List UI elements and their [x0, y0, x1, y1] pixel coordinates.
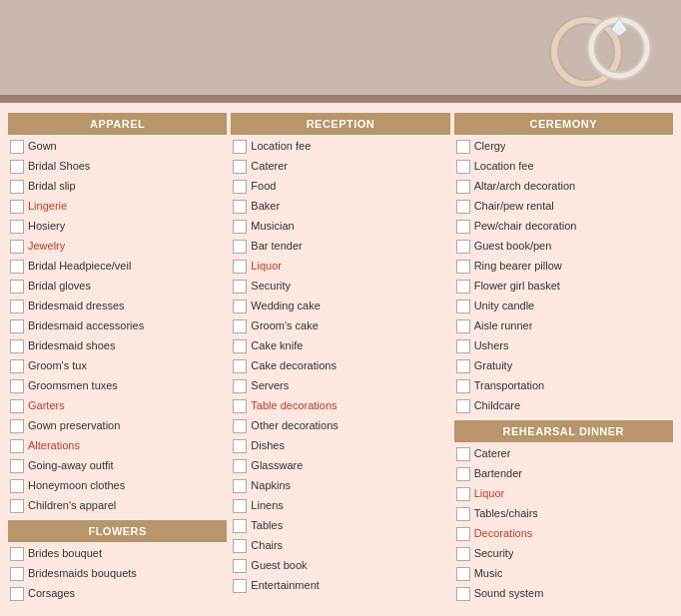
- checkbox[interactable]: [456, 399, 470, 413]
- checkbox[interactable]: [233, 479, 247, 493]
- checkbox[interactable]: [10, 399, 24, 413]
- checkbox[interactable]: [10, 300, 24, 313]
- checkbox[interactable]: [456, 587, 470, 601]
- checkbox[interactable]: [233, 499, 247, 513]
- item-label: Bridesmaid dresses: [28, 299, 125, 313]
- list-item: Clergy: [454, 137, 673, 157]
- checkbox[interactable]: [10, 339, 24, 353]
- checkbox[interactable]: [456, 567, 470, 581]
- item-label: Location fee: [251, 139, 311, 154]
- checkbox[interactable]: [10, 220, 24, 234]
- checkbox[interactable]: [10, 499, 24, 513]
- list-item: Napkins: [231, 476, 449, 496]
- checkbox[interactable]: [10, 587, 24, 601]
- checkbox[interactable]: [10, 200, 24, 214]
- checkbox[interactable]: [233, 140, 247, 154]
- checkbox[interactable]: [10, 567, 24, 581]
- checkbox[interactable]: [233, 519, 247, 533]
- checkbox[interactable]: [10, 379, 24, 393]
- item-label: Other decorations: [251, 418, 338, 433]
- item-label: Ushers: [474, 338, 509, 353]
- checkbox[interactable]: [233, 399, 247, 413]
- checkbox[interactable]: [10, 439, 24, 453]
- list-item: Tables/chairs: [454, 504, 673, 524]
- checkbox[interactable]: [456, 507, 470, 521]
- item-label: Table decorations: [251, 398, 337, 413]
- list-item: Music: [454, 564, 673, 584]
- checkbox[interactable]: [456, 280, 470, 294]
- list-item: Aisle runner: [454, 316, 673, 336]
- checkbox[interactable]: [456, 527, 470, 541]
- checkbox[interactable]: [10, 280, 24, 294]
- checkbox[interactable]: [456, 339, 470, 353]
- checkbox[interactable]: [456, 487, 470, 501]
- item-label: Hosiery: [28, 219, 65, 234]
- checkbox[interactable]: [10, 319, 24, 333]
- checkbox[interactable]: [233, 200, 247, 214]
- checkbox[interactable]: [456, 547, 470, 561]
- checkbox[interactable]: [456, 160, 470, 174]
- checkbox[interactable]: [233, 439, 247, 453]
- checkbox[interactable]: [233, 220, 247, 234]
- checkbox[interactable]: [233, 559, 247, 573]
- checkbox[interactable]: [233, 459, 247, 473]
- item-label: Lingerie: [28, 199, 67, 214]
- checkbox[interactable]: [233, 260, 247, 274]
- checkbox[interactable]: [233, 419, 247, 433]
- list-item: Location fee: [231, 137, 449, 157]
- checkbox[interactable]: [456, 467, 470, 481]
- checkbox[interactable]: [10, 240, 24, 254]
- checkbox[interactable]: [10, 547, 24, 561]
- item-label: Servers: [251, 378, 289, 393]
- item-label: Bridesmaid shoes: [28, 338, 115, 353]
- list-item: Caterer: [231, 157, 449, 177]
- item-label: Security: [474, 546, 514, 561]
- page-header: [0, 0, 681, 95]
- list-item: Bridesmaid accessories: [8, 316, 227, 336]
- list-item: Glassware: [231, 456, 449, 476]
- checkbox[interactable]: [456, 260, 470, 274]
- list-item: Alterations: [8, 436, 227, 456]
- checkbox[interactable]: [456, 200, 470, 214]
- checkbox[interactable]: [10, 459, 24, 473]
- checkbox[interactable]: [233, 160, 247, 174]
- item-label: Glassware: [251, 458, 303, 473]
- checkbox[interactable]: [233, 300, 247, 313]
- checkbox[interactable]: [10, 359, 24, 373]
- item-label: Sound system: [474, 586, 544, 601]
- list-item: Guest book: [231, 556, 449, 576]
- checkbox[interactable]: [10, 180, 24, 194]
- checkbox[interactable]: [233, 180, 247, 194]
- item-label: Caterer: [251, 159, 288, 174]
- checkbox[interactable]: [10, 160, 24, 174]
- checkbox[interactable]: [10, 260, 24, 274]
- main-content: APPAREL GownBridal ShoesBridal slipLinge…: [0, 103, 681, 614]
- checkbox[interactable]: [456, 319, 470, 333]
- list-item: Bridal Shoes: [8, 157, 227, 177]
- checkbox[interactable]: [456, 379, 470, 393]
- list-item: Bridesmaids bouquets: [8, 564, 227, 584]
- checkbox[interactable]: [456, 140, 470, 154]
- checkbox[interactable]: [233, 319, 247, 333]
- apparel-header: APPAREL: [8, 113, 227, 135]
- checkbox[interactable]: [456, 220, 470, 234]
- checkbox[interactable]: [233, 339, 247, 353]
- checkbox[interactable]: [233, 379, 247, 393]
- list-item: Security: [454, 544, 673, 564]
- checkbox[interactable]: [233, 280, 247, 294]
- checkbox[interactable]: [456, 447, 470, 461]
- checkbox[interactable]: [233, 359, 247, 373]
- checkbox[interactable]: [456, 359, 470, 373]
- checkbox[interactable]: [456, 180, 470, 194]
- checkbox[interactable]: [456, 240, 470, 254]
- list-item: Food: [231, 177, 449, 197]
- checkbox[interactable]: [10, 140, 24, 154]
- item-label: Entertainment: [251, 578, 319, 593]
- checkbox[interactable]: [233, 539, 247, 553]
- checkbox[interactable]: [456, 300, 470, 313]
- checkbox[interactable]: [233, 240, 247, 254]
- list-item: Groomsmen tuxes: [8, 376, 227, 396]
- checkbox[interactable]: [10, 479, 24, 493]
- checkbox[interactable]: [10, 419, 24, 433]
- checkbox[interactable]: [233, 579, 247, 593]
